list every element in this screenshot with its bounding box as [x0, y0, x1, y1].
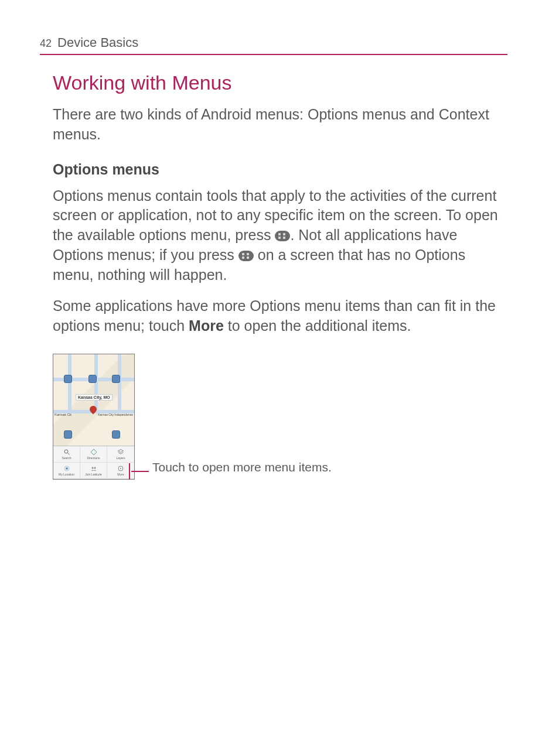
svg-point-0	[64, 450, 68, 453]
callout-line	[131, 471, 149, 472]
menu-item-mylocation[interactable]: My Location	[53, 463, 80, 479]
intro-paragraph: There are two kinds of Android menus: Op…	[53, 105, 507, 145]
options-menu-bar: Search Directions Layers My Location	[53, 446, 134, 479]
maps-screenshot: Kansas City, MO Kansas Cit Kansas City I…	[53, 354, 135, 480]
menu-label: Join Latitude	[85, 473, 101, 476]
road-line	[94, 354, 98, 413]
layers-icon	[117, 449, 124, 456]
menu-label: Search	[62, 456, 71, 460]
section-name: Device Basics	[57, 35, 138, 50]
latitude-icon	[90, 465, 97, 472]
svg-line-1	[67, 453, 69, 454]
callout-text: Touch to open more menu items.	[152, 460, 332, 474]
text-fragment: to open the additional items.	[224, 317, 411, 334]
city-label: Kansas City, MO	[76, 394, 113, 401]
side-label: Kansas City Independence	[98, 413, 133, 416]
page-content: Working with Menus There are two kinds o…	[40, 71, 507, 480]
highway-shield-icon	[112, 375, 120, 383]
road-line	[68, 354, 71, 413]
menu-label: More	[117, 473, 124, 476]
options-paragraph-2: Some applications have more Options menu…	[53, 296, 507, 336]
manual-page: 42 Device Basics Working with Menus Ther…	[0, 0, 559, 503]
directions-icon	[90, 449, 97, 456]
page-title: Working with Menus	[53, 71, 507, 94]
svg-point-5	[94, 467, 96, 468]
menu-label: My Location	[59, 473, 74, 476]
more-label: More	[189, 317, 224, 334]
menu-item-directions[interactable]: Directions	[80, 446, 107, 463]
svg-point-4	[91, 467, 93, 468]
more-icon	[117, 465, 124, 472]
highway-shield-icon	[64, 430, 72, 439]
highway-shield-icon	[88, 375, 97, 383]
search-icon	[63, 449, 70, 456]
menu-key-icon	[275, 231, 290, 241]
menu-label: Layers	[116, 456, 125, 460]
options-paragraph-1: Options menus contain tools that apply t…	[53, 186, 507, 285]
highway-shield-icon	[112, 430, 120, 439]
highway-shield-icon	[64, 375, 72, 383]
menu-key-icon	[238, 251, 254, 261]
running-header: 42 Device Basics	[40, 35, 507, 55]
side-label: Kansas Cit	[54, 413, 71, 416]
map-area: Kansas City, MO Kansas Cit Kansas City I…	[53, 354, 134, 447]
location-icon	[63, 465, 70, 472]
page-number: 42	[40, 37, 52, 50]
svg-point-7	[120, 468, 121, 469]
menu-item-layers[interactable]: Layers	[107, 446, 134, 463]
menu-item-more[interactable]: More	[107, 463, 134, 479]
road-line	[118, 354, 121, 413]
menu-item-latitude[interactable]: Join Latitude	[80, 463, 107, 479]
svg-point-2	[66, 467, 68, 470]
menu-label: Directions	[87, 456, 100, 460]
figure-row: Kansas City, MO Kansas Cit Kansas City I…	[53, 354, 507, 480]
menu-item-search[interactable]: Search	[53, 446, 80, 463]
options-menus-heading: Options menus	[53, 161, 507, 178]
